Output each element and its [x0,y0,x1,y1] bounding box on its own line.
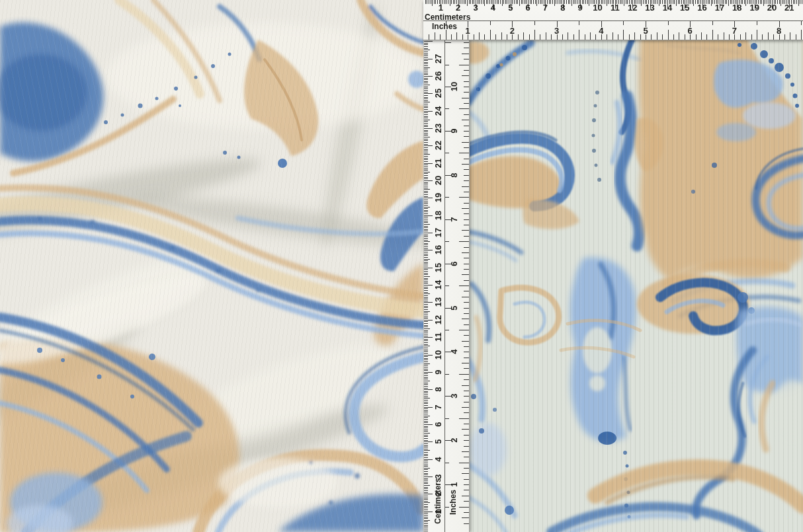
tick-mark [464,291,469,291]
tick-mark [692,0,693,4]
tick-mark [657,32,657,40]
tick-mark [424,525,428,526]
tick-mark [424,222,428,223]
cm-number: 1 [434,505,443,518]
tick-mark [424,351,428,352]
tick-mark [562,34,563,40]
tick-mark [462,429,469,430]
tick-mark [424,287,428,287]
tick-mark [464,412,469,413]
tick-mark [459,507,469,508]
tick-mark [464,512,469,513]
tick-mark [618,34,618,40]
tick-mark [802,0,802,4]
tick-mark [424,340,428,341]
tick-mark [464,42,469,43]
tick-mark [673,34,674,40]
tick-mark [424,44,428,45]
tick-mark [464,103,469,104]
tick-mark [424,210,428,211]
cm-number: 26 [434,69,443,83]
tick-mark [554,0,555,6]
tick-mark [424,156,428,157]
tick-mark [424,306,428,307]
tick-mark [424,421,428,422]
tick-mark [462,473,469,474]
cm-number: 19 [748,3,761,13]
tick-mark [424,71,428,71]
tick-mark [424,426,428,427]
tick-mark [424,241,430,242]
tick-mark [424,46,428,47]
tick-mark [424,180,433,181]
tick-mark [424,397,428,397]
cm-number: 2 [434,487,443,500]
cm-number: 14 [661,3,674,13]
cm-number: 15 [678,3,691,13]
tick-mark [424,417,428,418]
tick-mark [462,186,469,187]
tick-mark [464,175,469,176]
tick-mark [424,494,433,494]
tick-mark [464,346,469,347]
tick-mark [424,217,428,217]
tick-mark [464,352,469,352]
cm-number: 7 [538,3,552,13]
tick-mark [435,32,435,40]
tick-mark [424,151,428,151]
tick-mark [445,153,449,153]
cm-number: 9 [434,365,443,379]
tick-mark [424,383,428,383]
tick-mark [424,504,428,505]
tick-mark [424,118,428,118]
cm-number: 17 [713,3,726,13]
tick-mark [462,98,469,98]
tick-mark [424,48,428,49]
cm-number: 12 [434,313,443,326]
tick-mark [462,252,469,253]
tick-mark [445,42,451,43]
tick-mark [424,363,430,364]
tick-mark [607,0,607,6]
tick-mark [424,346,430,346]
tick-mark [424,282,428,282]
tick-mark [623,30,624,40]
tick-mark [424,67,430,68]
tick-mark [424,471,428,472]
cm-number: 11 [609,3,622,13]
tick-mark [734,34,735,40]
tick-mark [464,523,469,524]
speckle-trail [592,91,602,182]
tick-mark [459,108,469,109]
tick-mark [464,203,469,204]
tick-mark [424,466,428,467]
tick-mark [464,379,469,380]
tick-mark [424,513,428,513]
tick-mark [424,342,428,343]
tick-mark [424,355,433,356]
tick-mark [445,507,449,508]
tick-mark [424,290,428,291]
tick-mark [424,288,428,289]
tick-mark [462,208,469,209]
tick-mark [622,0,622,4]
tick-mark [424,219,428,219]
tick-mark [459,65,469,65]
tick-mark [424,52,428,52]
tick-mark [424,60,428,61]
tick-mark [483,0,484,4]
tick-mark [424,468,430,469]
tick-mark [424,367,428,367]
tick-mark [424,450,430,451]
tick-mark [424,55,428,56]
tick-mark [589,0,589,6]
tick-mark [424,482,428,482]
tick-mark [424,311,430,312]
tick-mark [424,455,428,456]
tick-mark [424,414,428,414]
tick-mark [424,315,428,315]
tick-mark [424,508,428,508]
tick-mark [424,476,433,477]
tick-mark [495,34,496,40]
tick-mark [424,233,433,233]
